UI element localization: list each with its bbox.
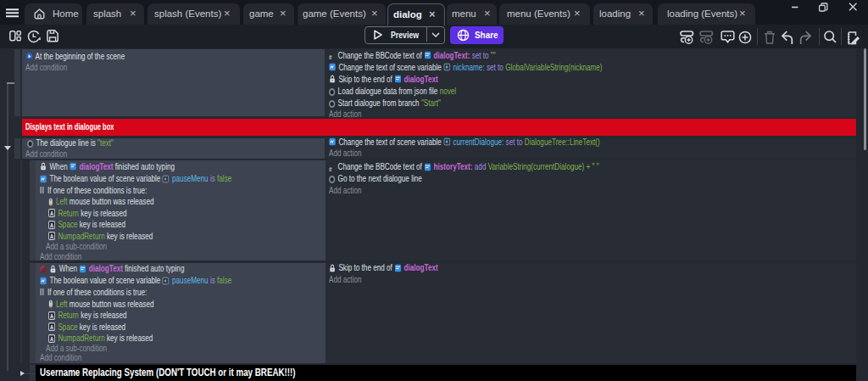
svg-text:A: A xyxy=(50,335,53,342)
svg-text:A: A xyxy=(50,233,53,239)
svg-text:A: A xyxy=(50,210,53,216)
svg-text:A: A xyxy=(50,323,53,330)
svg-text:A: A xyxy=(50,312,53,319)
svg-text:A: A xyxy=(50,221,53,228)
